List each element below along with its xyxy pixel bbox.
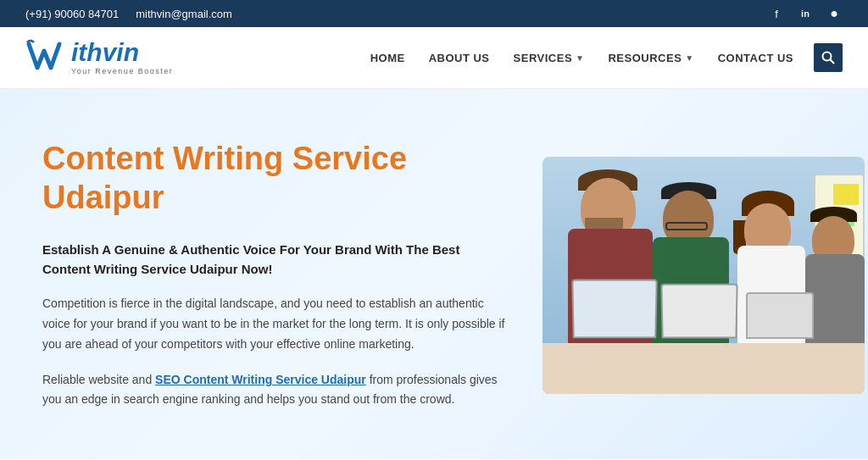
laptop-screen-2 xyxy=(660,284,737,339)
hero-title: Content Writing Service Udaipur xyxy=(42,140,509,217)
logo-icon xyxy=(25,36,70,80)
sticky-note-yellow xyxy=(833,184,859,205)
phone-number: (+91) 90060 84701 xyxy=(25,8,119,20)
search-icon xyxy=(821,51,835,64)
nav-contact-us[interactable]: CONTACT US xyxy=(708,45,804,71)
hero-subtitle: Establish A Genuine & Authentic Voice Fo… xyxy=(42,241,509,279)
laptop-screen-1 xyxy=(571,280,658,339)
top-bar: (+91) 90060 84701 mithvin@gmail.com f in… xyxy=(0,0,868,27)
whatsapp-icon[interactable]: ● xyxy=(826,5,843,22)
email-address: mithvin@gmail.com xyxy=(136,8,232,20)
contact-info: (+91) 90060 84701 mithvin@gmail.com xyxy=(25,8,232,20)
hero-body-2: Reliable website and SEO Content Writing… xyxy=(42,370,509,411)
hero-text-area: Content Writing Service Udaipur Establis… xyxy=(42,140,509,425)
hero-image xyxy=(542,157,865,394)
desk-surface xyxy=(542,343,865,394)
laptop-screen-3 xyxy=(746,292,814,339)
nav-resources[interactable]: RESOURCES ▼ xyxy=(598,45,704,71)
header: ithvin Your Revenue Booster HOME ABOUT U… xyxy=(0,27,868,89)
seo-link[interactable]: SEO Content Writing Service Udaipur xyxy=(155,373,366,386)
social-icons: f in ● xyxy=(768,5,843,22)
hero-body-1: Competition is fierce in the digital lan… xyxy=(42,294,509,354)
nav-home[interactable]: HOME xyxy=(360,45,415,71)
svg-line-1 xyxy=(831,60,834,64)
facebook-icon[interactable]: f xyxy=(768,5,785,22)
hero-image-area xyxy=(542,140,865,394)
nav-services[interactable]: SERVICES ▼ xyxy=(504,45,595,71)
linkedin-icon[interactable]: in xyxy=(797,5,814,22)
person2-glasses xyxy=(665,222,708,230)
search-button[interactable] xyxy=(814,43,843,72)
person4-body xyxy=(805,254,865,347)
services-dropdown-arrow: ▼ xyxy=(576,53,584,63)
logo-brand-text: ithvin xyxy=(71,40,173,65)
hero-section: Content Writing Service Udaipur Establis… xyxy=(0,89,868,459)
resources-dropdown-arrow: ▼ xyxy=(685,53,693,63)
logo-tagline: Your Revenue Booster xyxy=(71,67,173,75)
nav-about-us[interactable]: ABOUT US xyxy=(419,45,500,71)
main-nav: HOME ABOUT US SERVICES ▼ RESOURCES ▼ CON… xyxy=(360,43,843,72)
logo[interactable]: ithvin Your Revenue Booster xyxy=(25,36,173,80)
